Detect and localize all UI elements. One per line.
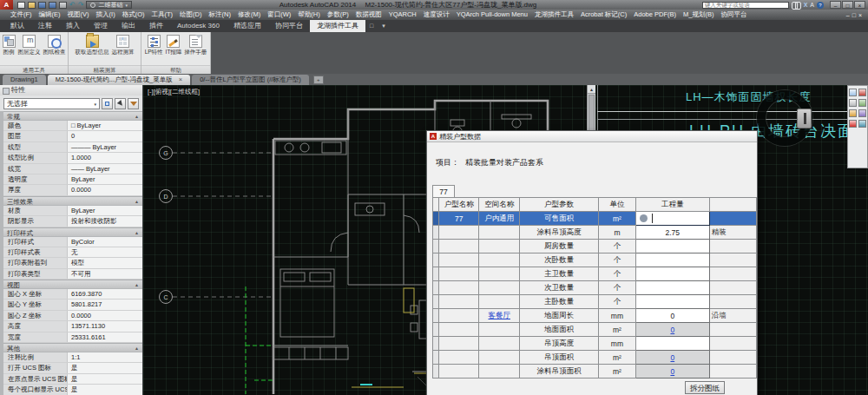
row-gutter[interactable] [433, 281, 439, 295]
table-row[interactable]: 主卫数量 个 [433, 267, 757, 281]
cell-housetype-name[interactable] [438, 281, 479, 295]
help-icon[interactable]: ? [817, 2, 824, 9]
property-value[interactable]: ByLayer [68, 206, 142, 215]
yqarch-tool-icon[interactable] [858, 89, 866, 96]
property-value[interactable]: 是 [68, 374, 142, 384]
plot-icon[interactable] [59, 2, 67, 9]
section-header[interactable]: 其他 ▲ [3, 343, 142, 352]
minimize-button[interactable]: – [830, 1, 841, 9]
autocad-logo-icon[interactable]: A [0, 0, 13, 10]
row-gutter[interactable] [433, 309, 439, 323]
ribbon-tab[interactable]: 注释 [31, 20, 59, 32]
property-value[interactable]: ——— ByLayer [68, 142, 142, 152]
yqarch-tool-icon[interactable] [858, 99, 866, 107]
cell-space-name[interactable] [479, 240, 520, 253]
cell-housetype-name[interactable] [438, 226, 479, 240]
cell-quantity[interactable] [635, 212, 709, 226]
row-gutter[interactable] [433, 295, 439, 309]
cell-housetype-name[interactable] [438, 351, 479, 365]
property-value[interactable]: ByColor [68, 237, 142, 247]
cell-parameter[interactable]: 可售面积 [520, 212, 599, 226]
collapse-icon[interactable]: ▲ [135, 112, 139, 120]
ribbon-tab[interactable]: 插件 [142, 20, 170, 32]
ribbon-tab[interactable]: 龙湖插件工具 [310, 20, 365, 32]
cell-housetype-name[interactable] [438, 337, 479, 351]
property-value[interactable]: 25331.6161 [68, 332, 142, 342]
cell-parameter[interactable]: 吊顶面积 [520, 351, 599, 365]
cell-housetype-name[interactable] [438, 365, 479, 379]
property-value[interactable]: ByLayer [68, 174, 142, 184]
ribbon-tab[interactable]: 管理 [87, 20, 115, 32]
cell-quantity[interactable]: 2.75 [635, 226, 709, 240]
yqarch-tool-icon[interactable] [858, 109, 866, 117]
table-row[interactable]: 77 户内通用 可售面积 m² [433, 212, 757, 226]
cell-parameter[interactable]: 厨房数量 [520, 240, 599, 253]
menu-item[interactable]: 绘图(D) [176, 10, 205, 20]
ribbon-button[interactable]: 图层定义 [18, 35, 41, 55]
property-value[interactable]: 模型 [68, 258, 142, 267]
property-value[interactable]: □ ByLayer [68, 121, 142, 130]
pickadd-toggle-icon[interactable] [102, 98, 113, 109]
property-value[interactable]: 是 [68, 385, 142, 394]
cell-housetype-name[interactable] [438, 295, 479, 309]
cell-parameter[interactable]: 吊顶高度 [520, 337, 599, 351]
table-row[interactable]: 次卧数量 个 [433, 253, 757, 267]
menu-item[interactable]: 视图(V) [64, 10, 93, 20]
cell-space-name[interactable] [479, 323, 520, 337]
new-file-icon[interactable] [17, 2, 25, 9]
property-value[interactable]: 6169.3870 [68, 289, 142, 299]
menu-item[interactable]: 标注(N) [206, 10, 234, 20]
cell-quantity[interactable] [635, 281, 709, 295]
workspace-switcher[interactable]: 二维基础 ▾ [86, 1, 132, 9]
autodesk360-signin-icon[interactable]: A [810, 1, 814, 9]
cell-quantity[interactable] [635, 295, 709, 309]
menu-item[interactable]: 协同平台 [717, 10, 750, 20]
exchange-apps-icon[interactable]: X [804, 1, 808, 9]
cell-quantity[interactable]: 0 [635, 323, 709, 337]
menu-item[interactable]: 龙湖插件工具 [531, 10, 577, 20]
property-value[interactable]: 1:1 [68, 352, 142, 362]
cell-space-name[interactable] [479, 365, 520, 379]
new-tab-button[interactable]: + [313, 76, 324, 84]
menu-item[interactable]: YQARCH [385, 10, 420, 20]
table-row[interactable]: 涂料吊顶面积 m² 0 [433, 365, 757, 379]
property-value[interactable]: 投射和接收阴影 [68, 216, 142, 226]
property-value[interactable]: 0.0000 [68, 311, 142, 320]
cell-housetype-name[interactable]: 77 [438, 212, 479, 226]
ribbon-button[interactable]: 操作手册 [184, 35, 207, 55]
cell-space-name[interactable] [479, 281, 520, 295]
ribbon-minimize-icon[interactable]: □ [365, 20, 378, 32]
cell-parameter[interactable]: 次卧数量 [520, 253, 599, 267]
yqarch-tool-icon[interactable] [858, 120, 866, 128]
ribbon-button[interactable]: 图纸检查 [43, 35, 66, 55]
property-value[interactable]: 13571.1130 [68, 321, 142, 331]
section-header[interactable]: 打印样式 ▲ [3, 227, 142, 237]
undo-icon[interactable]: ↶ [69, 1, 76, 9]
cell-parameter[interactable]: 主卧数量 [520, 295, 599, 309]
menu-item[interactable]: 速度设计 [420, 10, 453, 20]
collapse-icon[interactable]: ▲ [135, 197, 139, 205]
selection-dropdown[interactable]: 无选择 ▾ [3, 98, 100, 109]
ribbon-button[interactable]: 获取选型信息 [76, 35, 109, 55]
ribbon-tab[interactable]: 输出 [115, 20, 142, 32]
collapse-icon[interactable]: ▲ [135, 280, 139, 288]
cell-quantity[interactable]: 0 [635, 365, 709, 379]
cell-parameter[interactable]: 地面面积 [520, 323, 599, 337]
doc-restore-button[interactable]: □ [852, 12, 856, 18]
menu-item[interactable]: 插入(I) [93, 10, 119, 20]
menu-item[interactable]: 编辑(E) [36, 10, 64, 20]
cell-housetype-name[interactable] [438, 267, 479, 281]
cell-parameter[interactable]: 涂料吊顶高度 [520, 226, 599, 240]
cell-quantity[interactable]: 0 [635, 351, 709, 365]
palette-title[interactable]: 特性 [0, 85, 142, 95]
doc-minimize-button[interactable]: – [846, 12, 850, 18]
property-value[interactable]: 1.0000 [68, 153, 142, 162]
cell-quantity[interactable]: 0 [635, 309, 709, 323]
row-gutter[interactable] [433, 267, 439, 281]
table-row[interactable]: 地面面积 m² 0 [433, 323, 757, 337]
row-gutter[interactable] [433, 226, 439, 240]
table-row[interactable]: 吊顶面积 m² 0 [433, 351, 757, 365]
cell-quantity[interactable] [635, 253, 709, 267]
section-header[interactable]: 视图 ▲ [3, 280, 142, 289]
file-tab-drawing1[interactable]: Drawing1 [3, 75, 46, 85]
